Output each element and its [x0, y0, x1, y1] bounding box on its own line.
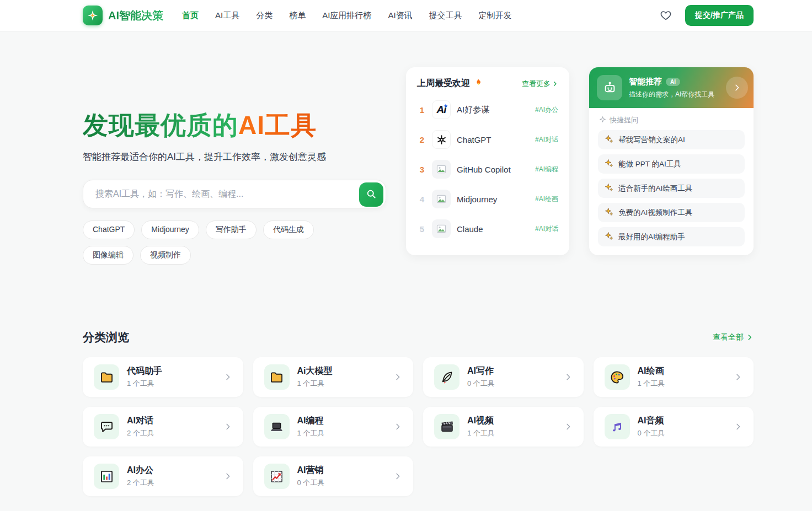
quick-question-ppt[interactable]: 能做 PPT 的AI工具	[598, 154, 745, 174]
category-card-ai-writing[interactable]: AI写作 0 个工具	[423, 357, 584, 397]
category-card-ai-chat[interactable]: AI对话 2 个工具	[83, 407, 243, 447]
quick-question-beginner-painting[interactable]: 适合新手的AI绘画工具	[598, 179, 745, 198]
sparkle-outline-icon	[599, 116, 606, 125]
category-card-ai-painting[interactable]: AI绘画 1 个工具	[594, 357, 754, 397]
title-orange-part: AI工具	[238, 111, 317, 139]
top-navbar: AI智能决策 首页 AI工具 分类 榜单 AI应用排行榜 AI资讯 提交工具 定…	[0, 0, 812, 31]
search-bar	[83, 180, 386, 208]
recommend-subtitle: 描述你的需求，AI帮你找工具	[629, 90, 714, 99]
chevron-right-icon	[734, 373, 742, 381]
view-all-link[interactable]: 查看全部	[713, 332, 754, 342]
chevron-right-icon	[393, 373, 402, 381]
tag-pill-image-edit[interactable]: 图像编辑	[83, 246, 133, 265]
nav-item-app-rankings[interactable]: AI应用排行榜	[322, 10, 371, 21]
chevron-right-icon	[393, 472, 402, 481]
category-card-ai-llm[interactable]: Ai大模型 1 个工具	[253, 357, 414, 397]
bar-chart-icon	[94, 464, 119, 489]
popular-title: 上周最受欢迎	[417, 78, 470, 89]
feather-pen-icon	[434, 364, 460, 390]
nav-item-custom-dev[interactable]: 定制开发	[479, 10, 512, 21]
broken-image-icon	[432, 219, 451, 238]
openai-logo-icon	[432, 130, 451, 149]
nav-item-categories[interactable]: 分类	[256, 10, 273, 21]
tag-pill-chatgpt[interactable]: ChatGPT	[83, 220, 135, 239]
clapperboard-icon	[434, 414, 460, 439]
sparkle-icon	[605, 232, 613, 242]
categories-title: 分类浏览	[83, 330, 129, 345]
popular-item-chatgpt[interactable]: 2 ChatGPT #AI对话	[417, 125, 558, 154]
folder-icon	[94, 364, 119, 390]
tool-category-tag: #AI对话	[535, 224, 558, 234]
chart-up-icon	[264, 464, 290, 489]
laptop-icon	[264, 414, 290, 439]
sparkle-icon	[605, 159, 613, 169]
title-green-part: 发现最优质的	[83, 111, 238, 139]
search-input[interactable]	[83, 180, 386, 208]
tool-category-tag: #AI对话	[535, 135, 558, 144]
quick-question-free-video[interactable]: 免费的AI视频制作工具	[598, 203, 745, 222]
category-grid: 代码助手 1 个工具 Ai大模型 1 个工具	[83, 357, 754, 496]
submit-promote-button[interactable]: 提交/推广产品	[685, 5, 754, 26]
quick-question-coding-assistant[interactable]: 最好用的AI编程助手	[598, 227, 745, 246]
popular-item-ai-haocanmou[interactable]: 1 Ai AI好参谋 #AI办公	[417, 95, 558, 125]
speech-bubble-icon	[94, 414, 119, 439]
tool-name: Midjourney	[457, 195, 535, 204]
tag-pill-writing[interactable]: 写作助手	[206, 220, 257, 239]
logo-star-icon	[83, 6, 103, 25]
tool-name: GitHub Copilot	[457, 165, 535, 174]
ai-haocanmou-logo-icon: Ai	[432, 100, 451, 119]
folder-icon	[264, 364, 290, 390]
nav-item-home[interactable]: 首页	[182, 10, 199, 21]
tag-pill-midjourney[interactable]: Midjourney	[141, 220, 199, 239]
page-subtitle: 智能推荐最适合你的AI工具，提升工作效率，激发创意灵感	[83, 150, 386, 163]
category-card-ai-video[interactable]: AI视频 1 个工具	[423, 407, 584, 447]
tag-pill-codegen[interactable]: 代码生成	[263, 220, 314, 239]
music-note-icon	[605, 414, 630, 439]
ai-recommend-header[interactable]: 智能推荐 AI 描述你的需求，AI帮你找工具	[589, 67, 754, 108]
tool-name: AI好参谋	[457, 105, 535, 115]
site-logo[interactable]: AI智能决策	[83, 6, 163, 25]
category-card-ai-office[interactable]: AI办公 2 个工具	[83, 456, 243, 496]
chevron-right-icon	[564, 373, 573, 381]
tool-category-tag: #AI办公	[535, 105, 558, 115]
tool-name: ChatGPT	[457, 135, 535, 144]
category-card-ai-marketing[interactable]: AI营销 0 个工具	[253, 456, 414, 496]
page-title: 发现最优质的AI工具	[83, 110, 386, 141]
category-card-ai-coding[interactable]: AI编程 1 个工具	[253, 407, 414, 447]
chevron-right-icon	[734, 422, 742, 431]
ai-recommend-panel: 智能推荐 AI 描述你的需求，AI帮你找工具 快捷提问	[589, 67, 754, 255]
chevron-right-icon	[564, 422, 573, 431]
sparkle-icon	[605, 207, 613, 218]
chevron-right-icon	[223, 373, 232, 381]
popular-item-github-copilot[interactable]: 3 GitHub Copilot #AI编程	[417, 154, 558, 184]
favorites-heart-icon[interactable]	[660, 9, 672, 21]
tool-category-tag: #AI绘画	[535, 195, 558, 204]
tag-pill-video[interactable]: 视频制作	[140, 246, 191, 265]
broken-image-icon	[432, 160, 451, 179]
nav-item-submit-tool[interactable]: 提交工具	[429, 10, 462, 21]
rank-number: 3	[417, 165, 427, 174]
nav-item-rankings[interactable]: 榜单	[289, 10, 306, 21]
rank-number: 1	[417, 105, 427, 115]
popular-item-midjourney[interactable]: 4 Midjourney #AI绘画	[417, 184, 558, 214]
recommend-title: 智能推荐	[629, 77, 662, 87]
main-nav: 首页 AI工具 分类 榜单 AI应用排行榜 AI资讯 提交工具 定制开发	[182, 10, 512, 21]
popular-list: 1 Ai AI好参谋 #AI办公 2	[417, 95, 558, 244]
category-card-code-assistant[interactable]: 代码助手 1 个工具	[83, 357, 243, 397]
hot-tags: ChatGPT Midjourney 写作助手 代码生成 图像编辑 视频制作	[83, 220, 348, 265]
chevron-right-icon	[393, 422, 402, 431]
popular-panel: 上周最受欢迎 查看更多 1 Ai	[406, 67, 569, 255]
broken-image-icon	[432, 190, 451, 208]
category-card-ai-audio[interactable]: AI音频 0 个工具	[594, 407, 754, 447]
nav-item-ai-news[interactable]: AI资讯	[388, 10, 412, 21]
tool-name: Claude	[457, 224, 535, 234]
nav-item-ai-tools[interactable]: AI工具	[215, 10, 239, 21]
popular-item-claude[interactable]: 5 Claude #AI对话	[417, 214, 558, 244]
sparkle-icon	[605, 135, 613, 145]
popular-more-link[interactable]: 查看更多	[522, 79, 558, 89]
site-title: AI智能决策	[108, 8, 163, 23]
search-button[interactable]	[359, 182, 383, 207]
recommend-open-button[interactable]	[726, 77, 748, 99]
tool-category-tag: #AI编程	[535, 165, 558, 174]
quick-question-marketing-copy[interactable]: 帮我写营销文案的AI	[598, 130, 745, 149]
